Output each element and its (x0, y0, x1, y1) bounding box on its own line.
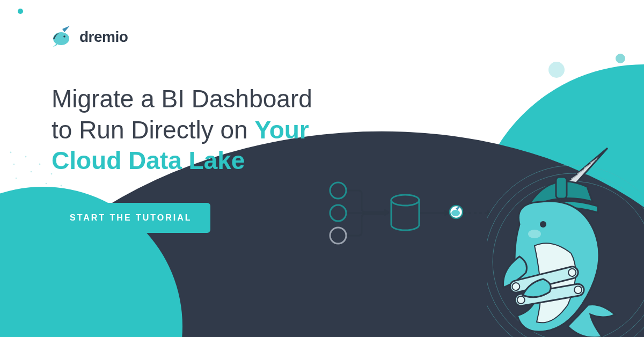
mascot-narwhal-builder-icon (487, 144, 644, 337)
svg-point-55 (528, 230, 541, 238)
svg-point-44 (330, 182, 346, 199)
svg-point-54 (540, 221, 546, 228)
brand-logo: dremio (52, 26, 128, 48)
svg-point-49 (451, 210, 460, 216)
svg-point-45 (330, 205, 346, 221)
start-tutorial-button[interactable]: START THE TUTORIAL (52, 203, 210, 233)
svg-point-47 (391, 195, 419, 206)
svg-point-5 (61, 185, 62, 187)
svg-point-42 (53, 32, 69, 45)
decorative-dot (18, 9, 23, 14)
svg-point-2 (25, 156, 27, 158)
promo-card: dremio Migrate a BI Dashboard to Run Dir… (0, 0, 644, 337)
headline: Migrate a BI Dashboard to Run Directly o… (52, 84, 312, 177)
svg-point-43 (63, 35, 65, 38)
narwhal-icon (52, 26, 74, 48)
svg-point-3 (39, 164, 41, 165)
brand-name: dremio (79, 28, 128, 46)
svg-point-23 (46, 183, 47, 185)
pipeline-diagram-icon (327, 180, 491, 247)
decorative-dot (616, 54, 625, 63)
headline-line-2a: to Run Directly on (52, 116, 254, 144)
svg-point-34 (16, 178, 17, 179)
decorative-dot (548, 62, 565, 78)
svg-point-22 (31, 171, 32, 173)
svg-rect-53 (556, 177, 567, 199)
headline-em-2: Cloud Data Lake (52, 146, 245, 174)
headline-em-1: Your (254, 116, 309, 144)
svg-point-21 (13, 164, 15, 165)
headline-line-1: Migrate a BI Dashboard (52, 85, 312, 113)
svg-point-46 (330, 228, 346, 244)
svg-point-1 (10, 152, 12, 153)
